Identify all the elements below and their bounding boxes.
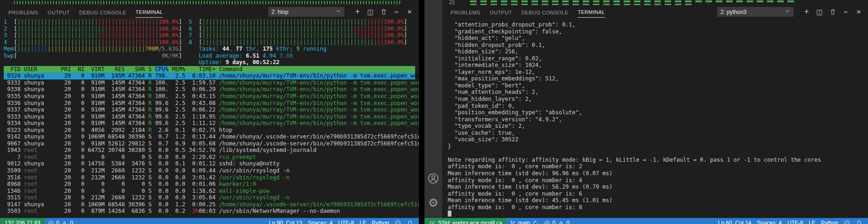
language-mode[interactable]: Python	[818, 218, 841, 224]
terminal-line: 7 root 20 0 0 0 0 S 0.0 0.0 2:29.62 rcu_…	[4, 154, 415, 161]
chevron-up-icon[interactable]	[840, 7, 851, 18]
terminal-line: Uptime: 9 days, 00:52:22	[4, 59, 415, 66]
close-panel-icon[interactable]: ×	[853, 7, 864, 18]
warning-icon	[558, 220, 564, 224]
split-terminal-icon[interactable]: ◫	[814, 7, 825, 18]
editor-sliver	[0, 0, 419, 5]
error-icon	[544, 220, 550, 224]
terminal-line: 1 [|||||||||||||||||||||||||||||||||||||…	[4, 19, 415, 26]
split-terminal-icon[interactable]: ◫	[365, 7, 376, 18]
feedback-smiley-icon[interactable]	[392, 218, 404, 224]
branch-icon	[510, 220, 516, 224]
sync-icon	[532, 220, 538, 224]
indentation[interactable]: Spaces: 4	[754, 218, 784, 224]
terminal-line: 9337 shunya 20 0 910M 145M 47364 R 99.6 …	[4, 106, 415, 113]
tab-debug-console[interactable]: DEBUG CONSOLE	[517, 5, 573, 19]
terminal-line: "hidden_size": 256,	[448, 48, 862, 55]
editor-sliver: 70 72	[442, 0, 868, 5]
terminal-line: affinity mode is: 0 , core number is: 4	[448, 177, 862, 184]
terminal-line: "layer_norm_eps": 1e-12,	[448, 69, 862, 76]
tab-output[interactable]: OUTPUT	[485, 5, 517, 19]
indentation[interactable]: Spaces: 4	[305, 218, 335, 224]
notifications-bell-icon[interactable]	[404, 218, 416, 224]
new-terminal-icon[interactable]: +	[801, 7, 812, 18]
terminal-line: 9067 shunya 20 0 918M 52612 29812 S 0.7 …	[4, 140, 415, 147]
terminal-line: "model_type": "bert",	[448, 82, 862, 89]
terminal-line: "attention_probs_dropout_prob": 0.1,	[448, 21, 862, 28]
terminal-line: affinity mode is: 0 , core number is: 2	[448, 163, 862, 170]
terminal-line: 8968 root 20 0 0 0 0 S 0.0 0.0 0:01.06 k…	[4, 181, 415, 188]
terminal-line: PID USER PRI NI VIRT RES SHR S CPU% MEM%…	[4, 66, 415, 73]
python-terminal[interactable]: "attention_probs_dropout_prob": 0.1, "gr…	[442, 21, 868, 218]
terminal-line: 3516 root 20 0 212M 2660 1232 S 0.0 0.0 …	[4, 174, 415, 181]
terminal-line: 9336 shunya 20 0 910M 145M 47364 R 99.6 …	[4, 100, 415, 107]
cursor-position[interactable]: Ln 90, Col 13	[266, 218, 305, 224]
tab-terminal[interactable]: TERMINAL	[131, 5, 168, 19]
trash-icon[interactable]	[827, 7, 838, 18]
terminal-line: 9012 shunya 20 0 14756 5384 3476 S 0.0 0…	[4, 160, 415, 167]
problems-status[interactable]: 0 0	[45, 218, 76, 224]
tab-problems[interactable]: PROBLEMS	[4, 5, 43, 19]
terminal-line: 3515 root 20 0 212M 2660 1232 S 0.0 0.0 …	[4, 194, 415, 201]
terminal-line: 9147 shunya 20 0 1069M 68548 30396 S 0.0…	[4, 201, 415, 208]
terminal-line: Mean inference time (std dev): 96.96 ms …	[448, 170, 862, 177]
new-terminal-icon[interactable]: +	[352, 7, 363, 18]
terminal-line: 1346 root 20 0 0 0 0 S 0.0 0.0 1:38.62 m…	[4, 188, 415, 195]
terminal-line: Mean inference time (std dev): 56.29 ms …	[448, 184, 862, 191]
chevron-up-icon[interactable]	[391, 7, 402, 18]
tab-output[interactable]: OUTPUT	[43, 5, 74, 19]
git-branch-status[interactable]: main	[507, 218, 541, 224]
terminal-line: 9338 shunya 20 0 910M 145M 47364 R 100. …	[4, 86, 415, 93]
terminal-line: 9142 shunya 20 0 1069M 68548 30396 S 0.7…	[4, 133, 415, 140]
terminal-selector-dropdown[interactable]: 2: python3	[717, 7, 794, 17]
encoding[interactable]: UTF-8	[336, 218, 357, 224]
cursor-position[interactable]: Ln 60, Col 14	[715, 218, 754, 224]
terminal-line: }	[448, 143, 862, 150]
account-icon[interactable]	[426, 171, 441, 186]
clipped-terminal-bars	[14, 1, 400, 4]
terminal-line: "num_attention_heads": 2,	[448, 89, 862, 96]
tab-terminal[interactable]: TERMINAL	[573, 5, 610, 19]
terminal-selector-dropdown[interactable]: 2: htop	[268, 7, 344, 17]
error-icon	[48, 220, 54, 224]
terminal-line: "gradient_checkpointing": false,	[448, 28, 862, 35]
htop-terminal[interactable]: 1 [|||||||||||||||||||||||||||||||||||||…	[0, 19, 419, 218]
terminal-line: "initializer_range": 0.02,	[448, 55, 862, 62]
terminal-line: 9323 shunya 20 0 4056 2992 2184 R 2.6 0.…	[4, 127, 415, 134]
terminal-line: 3503 root 20 0 879M 14264 6836 S 0.0 0.2…	[4, 208, 415, 215]
remote-indicator[interactable]: 132.206.77.83	[0, 218, 45, 224]
terminal-line: 4 [|||||||||||||||||||||||||||||||||||||…	[4, 39, 415, 46]
eol-sequence[interactable]: LF	[357, 218, 369, 224]
close-panel-icon[interactable]: ×	[404, 7, 415, 18]
eol-sequence[interactable]: LF	[806, 218, 818, 224]
notifications-bell-icon[interactable]	[853, 218, 865, 224]
encoding[interactable]: UTF-8	[785, 218, 806, 224]
trash-icon[interactable]	[378, 7, 389, 18]
problems-status[interactable]: 0 0	[541, 218, 572, 224]
panel-tabbar: PROBLEMS OUTPUT DEBUG CONSOLE TERMINAL 2…	[0, 5, 419, 19]
feedback-smiley-icon[interactable]	[841, 218, 853, 224]
panel-tabbar: PROBLEMS OUTPUT DEBUG CONSOLE TERMINAL 2…	[442, 5, 868, 19]
terminal-line: "pad_token_id": 0,	[448, 103, 862, 110]
terminal-line: 9333 shunya 20 0 910M 145M 47364 R 99.6 …	[4, 113, 415, 120]
terminal-line: "use_cache": true,	[448, 130, 862, 137]
terminal-line: affinity mode is: 0 , core number is: 8	[448, 204, 862, 211]
vscode-window-right: ⚙ 70 72 PROBLEMS OUTPUT DEBUG CONSOLE TE…	[424, 0, 868, 224]
terminal-line: "max_position_embeddings": 512,	[448, 75, 862, 82]
tab-problems[interactable]: PROBLEMS	[446, 5, 485, 19]
remote-indicator[interactable]: SSH: erebor.ece.mcgill.ca	[424, 218, 507, 224]
gear-icon[interactable]: ⚙	[426, 195, 441, 210]
chevron-down-icon	[785, 8, 790, 15]
tab-debug-console[interactable]: DEBUG CONSOLE	[74, 5, 131, 19]
terminal-line: 9334 shunya 20 0 910M 145M 47364 R 99.6 …	[4, 120, 415, 127]
chevron-down-icon	[336, 8, 341, 15]
terminal-line: 3 [|||||||||||||||||||||||||||||||||||||…	[4, 32, 415, 39]
terminal-line: "num_hidden_layers": 2,	[448, 96, 862, 103]
language-mode[interactable]: Python	[369, 218, 392, 224]
status-bar-right: SSH: erebor.ece.mcgill.ca main 0 0 Ln 60…	[424, 218, 868, 224]
terminal-line: Mean inference time (std dev): 45.45 ms …	[448, 197, 862, 204]
terminal-line: "position_embedding_type": "absolute",	[448, 109, 862, 116]
terminal-line: "hidden_act": "gelu",	[448, 35, 862, 42]
terminal-line: 3509 root 20 0 212M 2660 1232 S 0.0 0.0 …	[4, 167, 415, 174]
terminal-line: Note regarding affinity: affinity mode: …	[448, 157, 862, 164]
